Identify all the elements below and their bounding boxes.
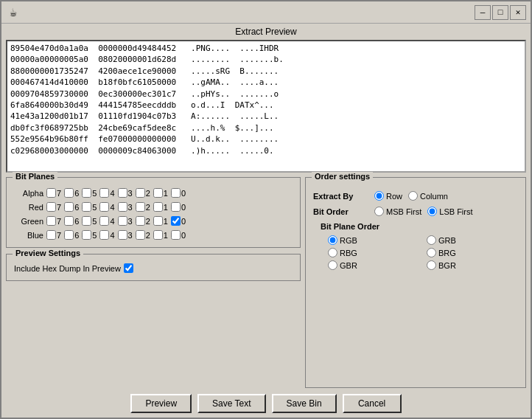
brg-radio[interactable] <box>427 248 436 257</box>
checkbox-red-2[interactable] <box>136 202 145 212</box>
extract-column-radio[interactable] <box>408 191 418 201</box>
lsb-first-radio[interactable] <box>427 207 437 216</box>
bit-label-blue-6: 6 <box>74 231 79 240</box>
rgb-radio[interactable] <box>328 235 337 245</box>
preview-settings-row: Include Hex Dump In Preview <box>14 263 293 273</box>
lsb-first-radio-item: LSB First <box>427 207 472 216</box>
bit-label-red-7: 7 <box>57 203 61 212</box>
minimize-button[interactable]: — <box>475 5 491 20</box>
grb-radio[interactable] <box>427 235 436 245</box>
grb-label: GRB <box>438 236 456 245</box>
bgr-radio-item: BGR <box>427 260 518 270</box>
maximize-button[interactable]: □ <box>492 5 508 20</box>
checkbox-green-7[interactable] <box>46 216 56 226</box>
checkbox-alpha-7[interactable] <box>46 188 56 198</box>
checkbox-green-5[interactable] <box>82 216 91 226</box>
checkbox-red-0[interactable] <box>171 202 181 212</box>
bit-label-blue-1: 1 <box>164 231 168 240</box>
bit-row-label-alpha: Alpha <box>14 189 43 198</box>
bit-label-alpha-5: 5 <box>92 189 97 198</box>
checkbox-green-3[interactable] <box>118 216 127 226</box>
checkbox-blue-5[interactable] <box>82 230 91 240</box>
bit-label-blue-7: 7 <box>57 231 61 240</box>
save-text-button[interactable]: Save Text <box>197 394 265 413</box>
checkbox-green-6[interactable] <box>64 216 74 226</box>
bit-checkbox-red-2: 2 <box>136 202 150 212</box>
checkbox-blue-7[interactable] <box>46 230 56 240</box>
bit-label-green-7: 7 <box>57 217 61 226</box>
checkbox-blue-6[interactable] <box>64 230 74 240</box>
hex-preview-area[interactable]: 89504e470d0a1a0a 0000000d49484452 .PNG..… <box>6 40 526 173</box>
close-button[interactable]: ✕ <box>510 5 526 20</box>
checkbox-alpha-5[interactable] <box>82 188 91 198</box>
bit-label-green-2: 2 <box>146 217 150 226</box>
gbr-radio[interactable] <box>328 260 337 270</box>
msb-first-radio[interactable] <box>374 207 384 216</box>
rbg-radio[interactable] <box>328 248 337 257</box>
checkbox-red-1[interactable] <box>153 202 163 212</box>
checkbox-red-4[interactable] <box>99 202 109 212</box>
bit-label-alpha-2: 2 <box>146 189 150 198</box>
extract-column-label: Column <box>420 192 448 201</box>
extract-row-radio[interactable] <box>374 191 384 201</box>
main-window: ☕ — □ ✕ Extract Preview 89504e470d0a1a0a… <box>0 0 532 419</box>
grb-radio-item: GRB <box>427 235 518 245</box>
cancel-button[interactable]: Cancel <box>343 394 402 413</box>
rbg-radio-item: RBG <box>328 248 419 257</box>
bit-order-row: Bit Order MSB First LSB First <box>313 207 518 216</box>
bit-planes-title: Bit Planes <box>13 172 57 181</box>
checkbox-alpha-3[interactable] <box>118 188 127 198</box>
bit-checkbox-red-5: 5 <box>82 202 97 212</box>
bit-label-green-6: 6 <box>74 217 79 226</box>
bit-plane-order-title: Bit Plane Order <box>321 222 518 231</box>
bit-label-alpha-1: 1 <box>164 189 168 198</box>
checkbox-green-0[interactable] <box>171 216 181 226</box>
checkbox-alpha-4[interactable] <box>99 188 109 198</box>
msb-first-radio-item: MSB First <box>374 207 421 216</box>
bit-row-label-blue: Blue <box>14 231 43 240</box>
bit-checkbox-red-6: 6 <box>64 202 79 212</box>
bit-checkbox-alpha-4: 4 <box>99 188 114 198</box>
rbg-label: RBG <box>340 249 357 257</box>
checkbox-blue-4[interactable] <box>99 230 109 240</box>
checkbox-alpha-1[interactable] <box>153 188 163 198</box>
save-bin-button[interactable]: Save Bin <box>272 394 337 413</box>
bit-label-green-1: 1 <box>164 217 168 226</box>
checkbox-blue-0[interactable] <box>171 230 181 240</box>
checkbox-alpha-2[interactable] <box>136 188 145 198</box>
bit-checkbox-blue-6: 6 <box>64 230 79 240</box>
checkbox-red-3[interactable] <box>118 202 127 212</box>
bit-checkbox-green-4: 4 <box>99 216 114 226</box>
bit-label-alpha-0: 0 <box>181 189 186 198</box>
bit-plane-order-section: Bit Plane Order RGB GRB RBG <box>313 222 518 270</box>
bit-label-green-4: 4 <box>110 217 114 226</box>
checkbox-red-6[interactable] <box>64 202 74 212</box>
checkbox-green-1[interactable] <box>153 216 163 226</box>
checkbox-green-2[interactable] <box>136 216 145 226</box>
hex-dump-checkbox[interactable] <box>124 263 133 273</box>
checkbox-alpha-6[interactable] <box>64 188 74 198</box>
preview-settings-group: Preview Settings Include Hex Dump In Pre… <box>6 254 301 281</box>
bit-label-green-5: 5 <box>92 217 97 226</box>
bit-label-blue-4: 4 <box>110 231 114 240</box>
preview-button[interactable]: Preview <box>130 394 192 413</box>
checkbox-blue-2[interactable] <box>136 230 145 240</box>
checkbox-red-7[interactable] <box>46 202 56 212</box>
bgr-label: BGR <box>438 261 456 270</box>
bit-checkbox-alpha-5: 5 <box>82 188 97 198</box>
checkbox-green-4[interactable] <box>99 216 109 226</box>
bit-planes-grid: Alpha76543210Red76543210Green76543210Blu… <box>14 188 293 240</box>
lsb-first-label: LSB First <box>439 207 472 216</box>
checkbox-alpha-0[interactable] <box>171 188 181 198</box>
bit-label-red-1: 1 <box>164 203 168 212</box>
app-icon: ☕ <box>6 5 21 20</box>
bgr-radio[interactable] <box>427 260 436 270</box>
bit-checkbox-blue-0: 0 <box>171 230 186 240</box>
bit-checkbox-alpha-3: 3 <box>118 188 133 198</box>
bit-checkbox-green-5: 5 <box>82 216 97 226</box>
bit-checkbox-blue-1: 1 <box>153 230 168 240</box>
checkbox-red-5[interactable] <box>82 202 91 212</box>
checkbox-blue-3[interactable] <box>118 230 127 240</box>
bit-label-blue-0: 0 <box>181 231 186 240</box>
checkbox-blue-1[interactable] <box>153 230 163 240</box>
